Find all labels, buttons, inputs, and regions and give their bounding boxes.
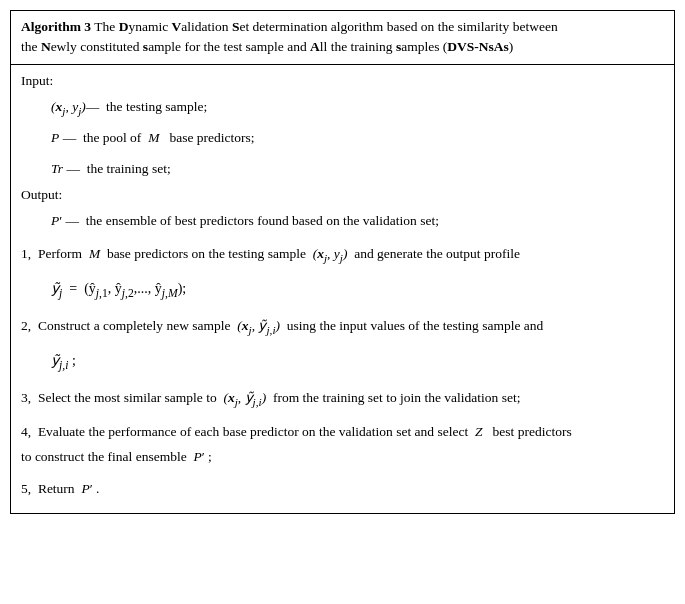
input-label: Input: bbox=[21, 73, 664, 89]
input-Tr: Tr — the training set; bbox=[51, 157, 664, 181]
step-4: 4, Evaluate the performance of each base… bbox=[21, 421, 664, 468]
step-2-formula: ỹj,i ; bbox=[51, 347, 664, 377]
algorithm-title-line2: the Newly constituted sample for the tes… bbox=[21, 39, 513, 54]
step-4-text: 4, Evaluate the performance of each base… bbox=[21, 421, 664, 443]
algorithm-body: Input: (xj, yj)— the testing sample; P —… bbox=[11, 65, 674, 514]
algorithm-title: The Dynamic Validation Set determination… bbox=[94, 19, 557, 34]
input-testing-sample: (xj, yj)— the testing sample; bbox=[51, 95, 664, 121]
step-4-line2: to construct the final ensemble P′ ; bbox=[21, 446, 664, 468]
step-1-formula: ỹj = (ŷj,1, ŷj,2,..., ŷj,M); bbox=[51, 275, 664, 305]
algorithm-number: Algorithm 3 bbox=[21, 19, 91, 34]
step-1: 1, Perform M base predictors on the test… bbox=[21, 243, 664, 305]
output-label: Output: bbox=[21, 187, 664, 203]
algorithm-header: Algorithm 3 The Dynamic Validation Set d… bbox=[11, 11, 674, 65]
algorithm-box: Algorithm 3 The Dynamic Validation Set d… bbox=[10, 10, 675, 514]
step-5: 5, Return P′ . bbox=[21, 478, 664, 500]
input-P: P — the pool of M base predictors; bbox=[51, 126, 664, 150]
step-3-text: 3, Select the most similar sample to (xj… bbox=[21, 387, 664, 411]
step-2: 2, Construct a completely new sample (xj… bbox=[21, 315, 664, 377]
step-3: 3, Select the most similar sample to (xj… bbox=[21, 387, 664, 411]
step-2-text: 2, Construct a completely new sample (xj… bbox=[21, 315, 664, 339]
output-P-prime: P′ — the ensemble of best predictors fou… bbox=[51, 209, 664, 233]
step-1-text: 1, Perform M base predictors on the test… bbox=[21, 243, 664, 267]
step-5-text: 5, Return P′ . bbox=[21, 478, 664, 500]
